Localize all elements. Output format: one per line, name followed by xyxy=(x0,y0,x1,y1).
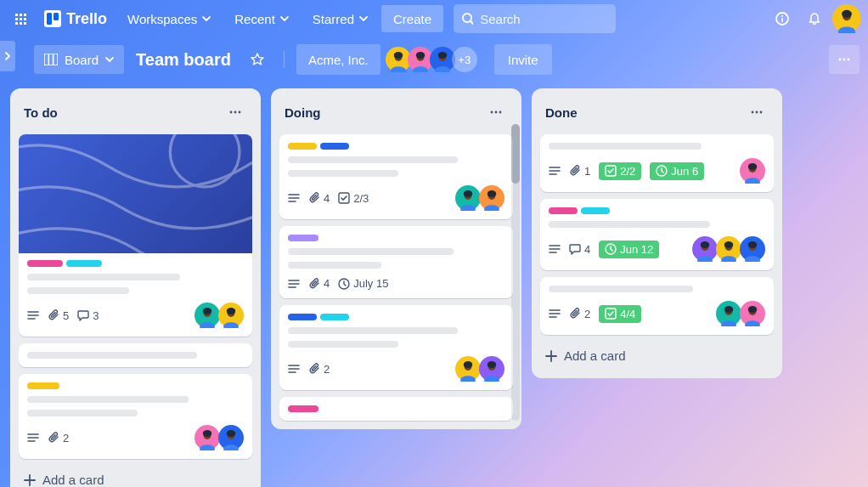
due-date-complete-badge: Jun 6 xyxy=(650,162,704,180)
dots-icon xyxy=(750,105,764,119)
add-card-button[interactable]: Add a card xyxy=(19,466,252,487)
card-labels xyxy=(288,235,504,241)
create-button[interactable]: Create xyxy=(381,5,443,32)
recent-menu[interactable]: Recent xyxy=(224,5,299,32)
search-box[interactable] xyxy=(454,4,616,33)
card-badges: 4Jun 12 xyxy=(549,241,659,258)
view-switcher-button[interactable]: Board xyxy=(34,45,124,74)
card-label[interactable] xyxy=(581,207,610,214)
star-board-button[interactable] xyxy=(243,45,272,74)
board-title[interactable]: Team board xyxy=(136,50,231,70)
member-avatar[interactable] xyxy=(455,356,481,382)
card-label[interactable] xyxy=(27,260,63,267)
card-members xyxy=(694,236,765,262)
card[interactable]: 4Jun 12 xyxy=(540,199,774,270)
list-title[interactable]: Doing xyxy=(285,105,321,120)
comment-icon xyxy=(77,309,89,321)
checklist-icon xyxy=(338,192,350,204)
chevron-right-icon xyxy=(5,52,10,60)
description-icon xyxy=(288,279,300,289)
svg-point-74 xyxy=(701,241,710,248)
starred-menu[interactable]: Starred xyxy=(302,5,378,32)
list-menu-button[interactable] xyxy=(484,100,508,124)
star-icon xyxy=(251,53,264,66)
checklist-icon xyxy=(605,165,617,177)
list: Done12/2Jun 64Jun 1224/4Add a card xyxy=(532,88,782,378)
attachment-badge: 4 xyxy=(308,192,330,205)
card-badges: 2 xyxy=(288,363,330,376)
card-members xyxy=(457,356,504,382)
member-avatar[interactable] xyxy=(194,303,220,328)
svg-point-59 xyxy=(464,190,473,197)
trello-logo[interactable]: Trello xyxy=(37,10,114,28)
apps-switcher-button[interactable] xyxy=(7,5,34,32)
svg-point-44 xyxy=(170,134,240,187)
card-cover xyxy=(19,134,252,253)
card-text-placeholder xyxy=(27,352,197,359)
checklist-badge: 2/3 xyxy=(338,192,369,205)
card-labels xyxy=(288,314,504,320)
list-title[interactable]: Done xyxy=(545,105,578,120)
card[interactable]: 42/3 xyxy=(279,134,513,219)
card[interactable]: 2 xyxy=(19,374,252,459)
card-label[interactable] xyxy=(320,314,349,320)
member-avatar[interactable] xyxy=(716,236,741,262)
invite-button[interactable]: Invite xyxy=(494,44,552,75)
info-button[interactable] xyxy=(768,4,797,33)
account-avatar[interactable] xyxy=(832,4,861,33)
list-menu-button[interactable] xyxy=(223,100,247,124)
member-avatar[interactable] xyxy=(455,185,481,211)
card-text-placeholder xyxy=(288,156,458,163)
member-avatar[interactable] xyxy=(740,301,765,326)
card-members xyxy=(718,301,765,326)
search-input[interactable] xyxy=(480,12,607,26)
scrollbar-thumb[interactable] xyxy=(511,124,520,184)
attachment-badge: 4 xyxy=(308,277,330,290)
card-label[interactable] xyxy=(288,235,318,241)
list-scrollbar[interactable] xyxy=(511,124,520,421)
member-avatar[interactable] xyxy=(692,236,718,262)
workspaces-menu[interactable]: Workspaces xyxy=(117,5,221,32)
card-text-placeholder xyxy=(27,274,180,280)
member-avatar[interactable] xyxy=(218,425,244,450)
card[interactable] xyxy=(279,397,513,421)
member-overflow-button[interactable]: +3 xyxy=(452,47,477,72)
chevron-down-icon xyxy=(202,16,211,21)
card-label[interactable] xyxy=(549,207,578,214)
card[interactable]: 12/2Jun 6 xyxy=(540,134,774,192)
card-label[interactable] xyxy=(288,314,317,320)
add-card-button[interactable]: Add a card xyxy=(540,342,774,370)
comment-icon xyxy=(569,243,581,255)
card-label[interactable] xyxy=(66,260,102,267)
member-avatar[interactable] xyxy=(716,301,741,326)
attachment-icon xyxy=(308,192,320,204)
svg-point-68 xyxy=(488,361,497,368)
card[interactable]: 4July 15 xyxy=(279,226,513,298)
card[interactable] xyxy=(19,343,252,367)
card[interactable]: 53 xyxy=(19,134,252,337)
member-avatar[interactable] xyxy=(218,303,244,328)
attachment-icon xyxy=(308,363,320,375)
member-avatar[interactable] xyxy=(479,185,504,211)
board-menu-button[interactable] xyxy=(829,45,860,74)
card-label[interactable] xyxy=(288,405,318,412)
attachment-icon xyxy=(48,309,59,321)
list-title[interactable]: To do xyxy=(24,105,58,120)
card-label[interactable] xyxy=(288,143,317,150)
card[interactable]: 2 xyxy=(279,305,513,390)
card-label[interactable] xyxy=(27,382,59,389)
expand-sidebar-button[interactable] xyxy=(0,41,15,71)
member-avatar[interactable] xyxy=(194,425,220,450)
member-avatar[interactable] xyxy=(740,158,765,184)
member-avatar[interactable] xyxy=(479,356,504,382)
card-label[interactable] xyxy=(320,143,349,150)
list-menu-button[interactable] xyxy=(745,100,769,124)
notifications-button[interactable] xyxy=(800,4,829,33)
checklist-complete-badge: 4/4 xyxy=(599,305,641,323)
workspace-button[interactable]: Acme, Inc. xyxy=(296,44,380,75)
member-avatar[interactable] xyxy=(740,236,765,262)
card[interactable]: 24/4 xyxy=(540,277,774,335)
card-members xyxy=(457,185,504,211)
chevron-down-icon xyxy=(105,57,114,62)
due-date-badge: July 15 xyxy=(338,277,388,290)
